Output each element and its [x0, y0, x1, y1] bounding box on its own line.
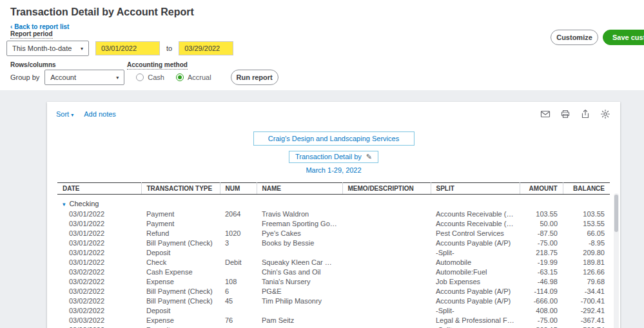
cell-balance[interactable]: 126.66	[563, 267, 610, 277]
cell-balance[interactable]: 103.55	[563, 209, 610, 219]
cell-num[interactable]	[220, 306, 257, 316]
scrollbar-thumb[interactable]	[614, 195, 618, 232]
cell-date[interactable]: 03/01/2022	[57, 238, 141, 248]
table-row[interactable]: 03/01/2022Refund1020Pye's CakesPest Cont…	[57, 229, 610, 238]
cell-split[interactable]: Accounts Payable (A/P)	[431, 296, 520, 306]
table-row[interactable]: 03/02/2022Bill Payment (Check)45Tim Phil…	[57, 296, 610, 306]
cell-balance[interactable]: 189.81	[563, 258, 610, 267]
cell-balance[interactable]: 79.68	[563, 277, 610, 287]
table-row[interactable]: 03/01/2022Deposit-Split-218.75209.80	[57, 248, 610, 258]
cell-amount[interactable]: 408.00	[520, 306, 563, 316]
cell-amount[interactable]: -87.50	[520, 229, 563, 238]
cell-date[interactable]: 03/03/2022	[57, 325, 141, 328]
cell-type[interactable]: Payment	[141, 209, 220, 219]
cell-memo[interactable]	[342, 277, 431, 287]
cell-memo[interactable]	[342, 229, 431, 238]
cell-name[interactable]: PG&E	[257, 287, 342, 296]
cell-name[interactable]	[257, 325, 342, 328]
cell-amount[interactable]: -666.00	[520, 296, 563, 306]
back-to-report-list-link[interactable]: ‹Back to report list	[10, 23, 69, 30]
cell-amount[interactable]: -19.99	[520, 258, 563, 267]
cell-date[interactable]: 03/02/2022	[57, 306, 141, 316]
cell-split[interactable]: Accounts Payable (A/P)	[431, 287, 520, 296]
table-row[interactable]: 03/01/2022PaymentFreeman Sporting Goods:…	[57, 219, 610, 229]
cell-date[interactable]: 03/03/2022	[57, 316, 141, 325]
cell-date[interactable]: 03/02/2022	[57, 287, 141, 296]
cell-amount[interactable]: 103.55	[520, 209, 563, 219]
company-name-field[interactable]: Craig's Design and Landscaping Services	[253, 131, 415, 146]
cell-num[interactable]: 45	[220, 296, 257, 306]
cell-amount[interactable]: -75.00	[520, 316, 563, 325]
table-row[interactable]: 03/02/2022Bill Payment (Check)6PG&EAccou…	[57, 287, 610, 296]
sort-button[interactable]: Sort ▾	[56, 110, 73, 118]
cell-split[interactable]: Accounts Receivable (A/R)	[431, 219, 520, 229]
cell-type[interactable]: Payment	[141, 219, 220, 229]
cell-name[interactable]: Pam Seitz	[257, 316, 342, 325]
cell-num[interactable]: 3	[220, 238, 257, 248]
cell-memo[interactable]	[342, 219, 431, 229]
cell-split[interactable]: -Split-	[431, 248, 520, 258]
cell-name[interactable]: Chin's Gas and Oil	[257, 267, 342, 277]
cell-num[interactable]: Debit	[220, 258, 257, 267]
table-row[interactable]: 03/01/2022Payment2064Travis WaldronAccou…	[57, 209, 610, 219]
cell-name[interactable]: Pye's Cakes	[257, 229, 342, 238]
cell-name[interactable]: Freeman Sporting Goods:55 Twi...	[257, 219, 342, 229]
cell-name[interactable]: Travis Waldron	[257, 209, 342, 219]
run-report-button[interactable]: Run report	[231, 70, 278, 85]
cell-split[interactable]: Accounts Receivable (A/R)	[431, 209, 520, 219]
cell-num[interactable]	[220, 248, 257, 258]
cell-memo[interactable]	[342, 316, 431, 325]
cell-memo[interactable]	[342, 238, 431, 248]
cell-type[interactable]: Expense	[141, 277, 220, 287]
cell-memo[interactable]	[342, 306, 431, 316]
cell-amount[interactable]: 50.00	[520, 219, 563, 229]
cell-memo[interactable]	[342, 287, 431, 296]
cell-memo[interactable]	[342, 267, 431, 277]
cell-balance[interactable]: -292.41	[563, 306, 610, 316]
cell-split[interactable]: Pest Control Services	[431, 229, 520, 238]
cell-memo[interactable]	[342, 296, 431, 306]
table-row[interactable]: 03/02/2022Expense108Tania's NurseryJob E…	[57, 277, 610, 287]
cell-balance[interactable]: 66.05	[563, 229, 610, 238]
cell-num[interactable]	[220, 267, 257, 277]
period-select[interactable]: This Month-to-date ▾	[6, 41, 89, 56]
cell-num[interactable]: 6	[220, 287, 257, 296]
cell-split[interactable]: Legal & Professional Fees	[431, 316, 520, 325]
cell-balance[interactable]: -8.95	[563, 238, 610, 248]
cell-split[interactable]: -Split-	[431, 325, 520, 328]
cell-type[interactable]: Bill Payment (Check)	[141, 287, 220, 296]
cell-type[interactable]: Deposit	[141, 248, 220, 258]
cell-name[interactable]: Squeaky Kleen Car Wash	[257, 258, 342, 267]
cell-num[interactable]: 2064	[220, 209, 257, 219]
print-icon[interactable]	[560, 108, 571, 120]
section-row-checking[interactable]: ▾Checking	[57, 195, 610, 210]
cell-memo[interactable]	[342, 325, 431, 328]
cell-num[interactable]: 76	[220, 316, 257, 325]
table-row[interactable]: 03/03/2022Deposit-Split-868.15500.74	[57, 325, 610, 328]
cell-num[interactable]: 1020	[220, 229, 257, 238]
cell-name[interactable]	[257, 248, 342, 258]
cell-date[interactable]: 03/01/2022	[57, 248, 141, 258]
group-by-select[interactable]: Account ▾	[44, 70, 124, 85]
cell-type[interactable]: Cash Expense	[141, 267, 220, 277]
accrual-radio[interactable]: Accrual	[176, 73, 211, 81]
cell-date[interactable]: 03/01/2022	[57, 209, 141, 219]
scrollbar[interactable]	[614, 193, 619, 328]
cell-date[interactable]: 03/02/2022	[57, 267, 141, 277]
cell-memo[interactable]	[342, 209, 431, 219]
cell-balance[interactable]: -367.41	[563, 316, 610, 325]
cell-memo[interactable]	[342, 258, 431, 267]
cell-date[interactable]: 03/01/2022	[57, 258, 141, 267]
cell-amount[interactable]: -75.00	[520, 238, 563, 248]
cell-balance[interactable]: 500.74	[563, 325, 610, 328]
cell-balance[interactable]: -34.41	[563, 287, 610, 296]
cell-type[interactable]: Bill Payment (Check)	[141, 238, 220, 248]
cell-date[interactable]: 03/02/2022	[57, 296, 141, 306]
date-from-input[interactable]	[95, 41, 160, 55]
cell-num[interactable]	[220, 325, 257, 328]
cell-type[interactable]: Deposit	[141, 306, 220, 316]
cash-radio[interactable]: Cash	[136, 73, 164, 81]
cell-amount[interactable]: -63.15	[520, 267, 563, 277]
cell-split[interactable]: Automobile:Fuel	[431, 267, 520, 277]
table-row[interactable]: 03/02/2022Cash ExpenseChin's Gas and Oil…	[57, 267, 610, 277]
